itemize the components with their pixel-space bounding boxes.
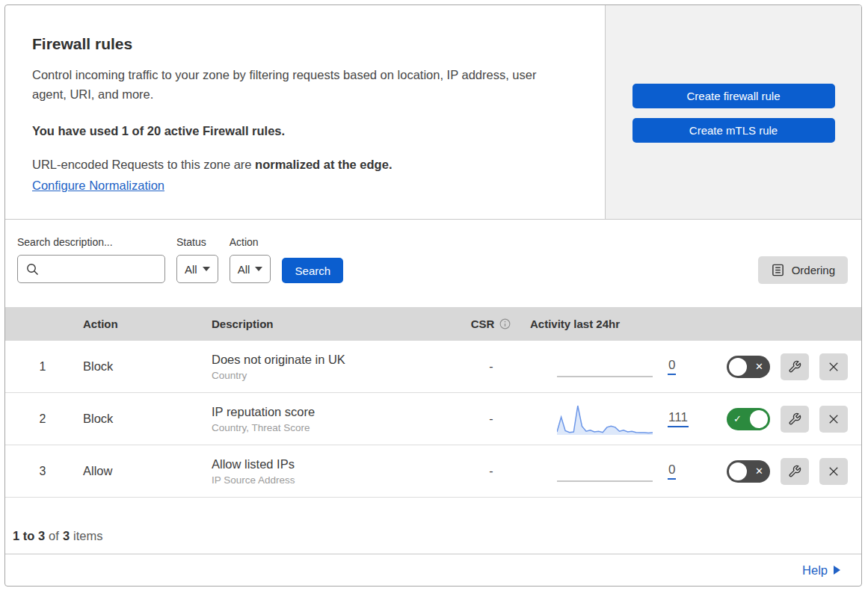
list-document-icon (771, 263, 785, 277)
help-link[interactable]: Help (802, 563, 840, 578)
toggle-knob (729, 462, 747, 480)
header-csr: CSR (461, 318, 521, 330)
items-of: of (49, 529, 59, 543)
wrench-icon (788, 360, 801, 374)
close-icon (827, 465, 840, 478)
chevron-down-icon (255, 267, 262, 271)
status-select[interactable]: All (176, 255, 218, 283)
header-action: Action (80, 318, 207, 330)
table-row: 2 Block IP reputation score Country, Thr… (5, 393, 861, 445)
rule-fields: IP Source Address (212, 474, 461, 486)
rule-action: Block (80, 359, 207, 374)
close-icon (827, 412, 840, 426)
page-title: Firewall rules (32, 35, 575, 53)
toggle-state-icon: ✓ (733, 408, 742, 430)
header-section: Firewall rules Control incoming traffic … (5, 5, 861, 220)
header-csr-label: CSR (471, 318, 495, 330)
create-mtls-rule-button[interactable]: Create mTLS rule (632, 118, 835, 143)
rule-description: IP reputation score (212, 405, 461, 419)
wrench-icon (788, 412, 801, 426)
action-select[interactable]: All (230, 255, 271, 283)
rule-controls: ✕ (701, 458, 861, 485)
rule-number: 2 (5, 412, 80, 426)
ordering-button-label: Ordering (792, 264, 835, 276)
rule-controls: ✕ (701, 353, 861, 380)
triangle-right-icon (834, 566, 840, 575)
activity-sparkline (557, 349, 653, 385)
rule-action: Block (80, 412, 207, 426)
activity-flatline (557, 480, 653, 482)
activity-flatline (557, 376, 653, 377)
rule-csr-value: - (461, 465, 521, 478)
ordering-button[interactable]: Ordering (758, 256, 848, 284)
edit-rule-button[interactable] (781, 353, 809, 380)
table-body: 1 Block Does not originate in UK Country… (5, 341, 861, 498)
toggle-knob (750, 410, 768, 428)
help-label: Help (802, 563, 828, 578)
rule-activity-cell: 111 (521, 401, 701, 437)
items-total: 3 (63, 529, 70, 543)
action-filter-group: Action All (230, 230, 271, 283)
search-field-wrap (17, 255, 165, 283)
status-filter-group: Status All (176, 230, 218, 283)
activity-count-link[interactable]: 0 (668, 358, 676, 375)
status-label: Status (176, 236, 218, 248)
table-row: 1 Block Does not originate in UK Country… (5, 341, 861, 393)
header-description: Description (207, 318, 461, 330)
delete-rule-button[interactable] (819, 458, 848, 485)
rule-description: Allow listed IPs (212, 457, 461, 471)
delete-rule-button[interactable] (819, 353, 848, 380)
items-word: items (73, 529, 102, 543)
activity-count-link[interactable]: 0 (668, 462, 676, 480)
rule-action: Allow (80, 464, 207, 478)
usage-summary: You have used 1 of 20 active Firewall ru… (32, 124, 575, 138)
search-group: Search description... (17, 230, 165, 283)
normalization-prefix: URL-encoded Requests to this zone are (32, 158, 255, 171)
pagination-summary: 1 to 3 of 3 items (5, 498, 861, 554)
header-activity: Activity last 24hr (521, 318, 701, 330)
rule-activity-cell: 0 (521, 454, 701, 489)
page-description: Control incoming traffic to your zone by… (32, 65, 570, 105)
delete-rule-button[interactable] (819, 406, 848, 433)
enable-toggle[interactable]: ✕ (727, 356, 770, 378)
rule-description-cell: IP reputation score Country, Threat Scor… (207, 405, 461, 433)
firewall-rules-panel: Firewall rules Control incoming traffic … (4, 4, 862, 587)
normalization-note: URL-encoded Requests to this zone are no… (32, 158, 575, 172)
edit-rule-button[interactable] (781, 458, 809, 485)
edit-rule-button[interactable] (781, 406, 809, 433)
rule-controls: ✓ (701, 406, 861, 433)
rule-csr-value: - (461, 412, 521, 426)
status-select-value: All (185, 263, 197, 276)
search-icon (25, 262, 40, 276)
rule-description: Does not originate in UK (212, 353, 461, 367)
configure-normalization-link[interactable]: Configure Normalization (32, 179, 164, 193)
toggle-state-icon: ✕ (755, 460, 763, 483)
create-firewall-rule-button[interactable]: Create firewall rule (632, 84, 835, 108)
rule-csr-value: - (461, 360, 521, 374)
enable-toggle[interactable]: ✕ (727, 460, 770, 483)
action-label: Action (230, 236, 271, 248)
activity-sparkline (557, 401, 653, 437)
activity-count-link[interactable]: 111 (668, 410, 689, 427)
search-button[interactable]: Search (282, 258, 343, 283)
enable-toggle[interactable]: ✓ (727, 408, 770, 430)
normalization-bold: normalized at the edge. (255, 158, 392, 171)
action-select-value: All (238, 263, 250, 276)
close-icon (827, 360, 840, 374)
table-row: 3 Allow Allow listed IPs IP Source Addre… (5, 445, 861, 498)
rule-activity-cell: 0 (521, 349, 701, 385)
activity-sparkline (557, 454, 653, 489)
actions-panel: Create firewall rule Create mTLS rule (605, 5, 861, 219)
table-header: Action Description CSR Activity last 24h… (5, 307, 861, 341)
wrench-icon (788, 465, 801, 478)
rule-number: 1 (5, 360, 80, 374)
help-bar: Help (5, 554, 861, 586)
info-icon[interactable] (499, 318, 511, 330)
rule-description-cell: Does not originate in UK Country (207, 353, 461, 381)
filter-bar: Search description... Status All Action … (5, 220, 861, 307)
toggle-state-icon: ✕ (755, 356, 763, 378)
chevron-down-icon (203, 267, 210, 271)
search-label: Search description... (17, 236, 165, 248)
header-text-block: Firewall rules Control incoming traffic … (5, 5, 605, 219)
items-range: 1 to 3 (13, 529, 45, 543)
